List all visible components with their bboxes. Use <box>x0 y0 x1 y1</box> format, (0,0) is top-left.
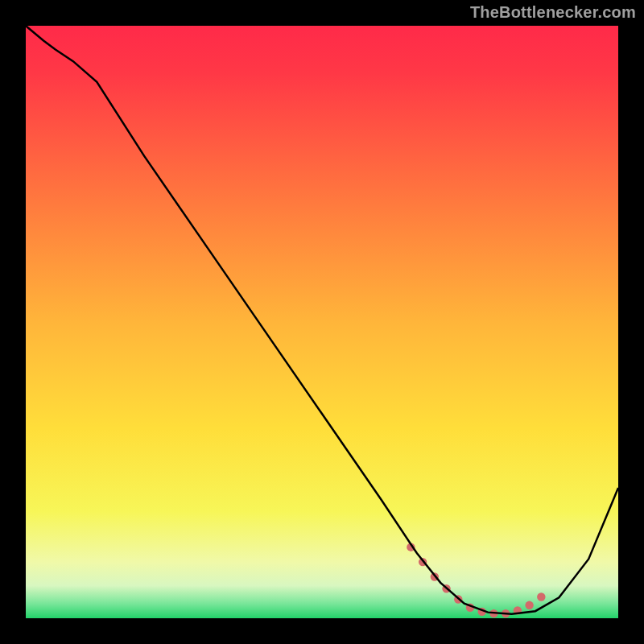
marker-dot <box>525 601 533 609</box>
marker-dot <box>537 592 545 601</box>
chart-svg <box>26 26 618 618</box>
chart-container: TheBottlenecker.com <box>0 0 644 644</box>
attribution-text: TheBottlenecker.com <box>470 3 636 22</box>
plot-area <box>26 26 618 618</box>
gradient-background <box>26 26 618 618</box>
